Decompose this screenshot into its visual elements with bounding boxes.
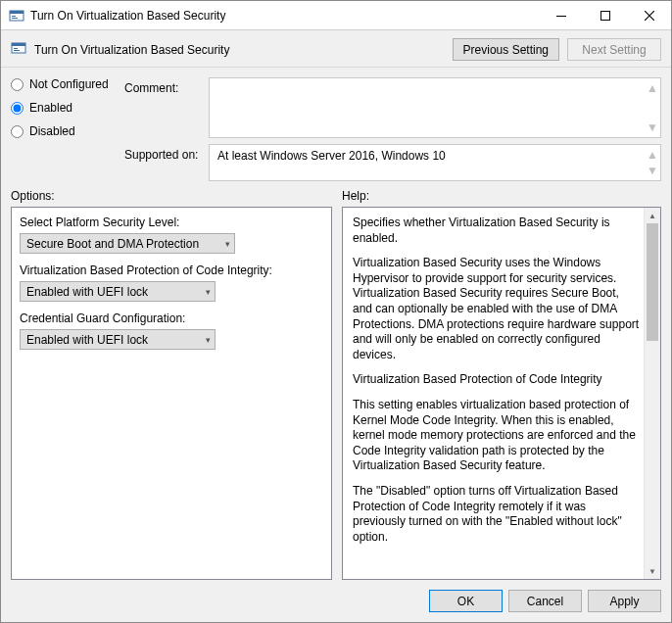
help-scrollbar[interactable]: ▲ ▼ <box>644 208 660 579</box>
cancel-button[interactable]: Cancel <box>508 590 582 612</box>
radio-enabled-input[interactable] <box>11 102 24 115</box>
radio-disabled-input[interactable] <box>11 125 24 138</box>
supported-on-label: Supported on: <box>124 144 203 166</box>
svg-rect-8 <box>14 48 18 49</box>
comment-label: Comment: <box>124 77 203 99</box>
svg-rect-3 <box>12 18 18 19</box>
help-p1: Specifies whether Virtualization Based S… <box>353 216 641 246</box>
help-p2: Virtualization Based Security uses the W… <box>353 256 641 362</box>
svg-rect-7 <box>12 43 25 46</box>
ok-button[interactable]: OK <box>429 590 503 612</box>
apply-button[interactable]: Apply <box>588 590 661 612</box>
supported-grid: Supported on: At least Windows Server 20… <box>1 144 671 189</box>
svg-rect-2 <box>12 16 16 17</box>
platform-security-dropdown[interactable]: Secure Boot and DMA Protection ▾ <box>20 233 235 254</box>
help-p4: This setting enables virtualization base… <box>353 398 641 474</box>
previous-setting-button[interactable]: Previous Setting <box>453 38 559 61</box>
scroll-down-icon[interactable]: ▼ <box>645 563 660 579</box>
close-button[interactable] <box>627 1 671 29</box>
options-header: Options: <box>11 189 332 203</box>
help-p5: The "Disabled" option turns off Virtuali… <box>353 484 641 545</box>
cred-guard-dropdown[interactable]: Enabled with UEFI lock ▾ <box>20 329 216 350</box>
window-icon <box>9 8 24 24</box>
radio-enabled[interactable]: Enabled <box>11 101 119 115</box>
comment-scroll-hint: ▲▼ <box>648 81 657 134</box>
footer: OK Cancel Apply <box>1 580 671 622</box>
help-panel: Specifies whether Virtualization Based S… <box>342 207 661 580</box>
svg-rect-5 <box>600 11 609 20</box>
scroll-thumb[interactable] <box>647 223 658 341</box>
radio-not-configured-label: Not Configured <box>29 77 109 91</box>
chevron-down-icon: ▾ <box>206 287 211 297</box>
help-text: Specifies whether Virtualization Based S… <box>353 216 641 545</box>
svg-rect-1 <box>10 11 24 14</box>
cred-guard-label: Credential Guard Configuration: <box>20 312 323 325</box>
radio-disabled[interactable]: Disabled <box>11 124 119 138</box>
minimize-button[interactable] <box>539 1 583 29</box>
help-header: Help: <box>342 189 661 203</box>
vbpci-label: Virtualization Based Protection of Code … <box>20 264 323 277</box>
chevron-down-icon: ▾ <box>206 335 211 345</box>
help-p3: Virtualization Based Protection of Code … <box>353 372 641 388</box>
radio-enabled-label: Enabled <box>29 101 72 115</box>
header-area: Turn On Virtualization Based Security Pr… <box>1 30 671 68</box>
policy-title: Turn On Virtualization Based Security <box>34 43 445 57</box>
supported-on-box: At least Windows Server 2016, Windows 10… <box>209 144 661 181</box>
platform-security-label: Select Platform Security Level: <box>20 216 323 229</box>
maximize-button[interactable] <box>583 1 627 29</box>
platform-security-value: Secure Boot and DMA Protection <box>26 237 199 251</box>
state-grid: Not Configured Enabled Disabled Comment:… <box>1 68 671 144</box>
radio-not-configured[interactable]: Not Configured <box>11 77 119 91</box>
vbpci-value: Enabled with UEFI lock <box>26 285 148 299</box>
window-title: Turn On Virtualization Based Security <box>30 9 539 23</box>
cred-guard-value: Enabled with UEFI lock <box>26 333 148 347</box>
svg-rect-4 <box>556 16 566 17</box>
title-bar: Turn On Virtualization Based Security <box>1 1 671 30</box>
chevron-down-icon: ▾ <box>225 239 230 249</box>
panels-row: Options: Select Platform Security Level:… <box>1 189 671 580</box>
radio-disabled-label: Disabled <box>29 124 75 138</box>
vbpci-dropdown[interactable]: Enabled with UEFI lock ▾ <box>20 281 216 302</box>
next-setting-button[interactable]: Next Setting <box>567 38 661 61</box>
radio-not-configured-input[interactable] <box>11 78 24 91</box>
options-panel: Select Platform Security Level: Secure B… <box>11 207 332 580</box>
comment-textarea[interactable]: ▲▼ <box>209 77 661 138</box>
supported-scroll-hint: ▲▼ <box>648 148 657 177</box>
svg-rect-9 <box>14 50 20 51</box>
supported-on-value: At least Windows Server 2016, Windows 10 <box>217 149 446 163</box>
scroll-up-icon[interactable]: ▲ <box>645 208 660 223</box>
policy-icon <box>11 40 26 59</box>
